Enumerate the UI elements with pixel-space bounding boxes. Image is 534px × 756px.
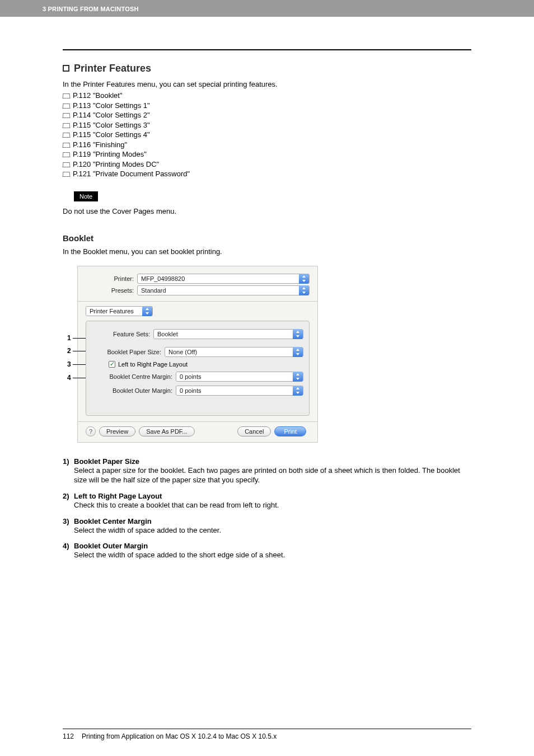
page-reference-item[interactable]: P.114 "Color Settings 2" bbox=[63, 110, 471, 120]
ref-text: P.116 "Finishing" bbox=[73, 140, 127, 149]
item-desc: Check this to create a booklet that can … bbox=[74, 500, 471, 510]
ref-text: P.120 "Printing Modes DC" bbox=[73, 160, 159, 168]
booklet-paper-size-value: None (Off) bbox=[168, 349, 197, 355]
checkbox-icon: ✓ bbox=[109, 361, 115, 368]
pane-select[interactable]: Printer Features bbox=[86, 306, 153, 316]
book-icon bbox=[63, 132, 71, 137]
header-band: 3 PRINTING FROM MACINTOSH bbox=[0, 0, 534, 17]
printer-label: Printer: bbox=[86, 275, 137, 282]
chevron-updown-icon bbox=[293, 329, 303, 339]
ref-text: P.113 "Color Settings 1" bbox=[73, 101, 150, 110]
help-icon: ? bbox=[89, 428, 92, 435]
pane-value: Printer Features bbox=[90, 308, 134, 314]
page-reference-list: P.112 "Booklet" P.113 "Color Settings 1"… bbox=[63, 91, 471, 179]
item-title: Left to Right Page Layout bbox=[74, 492, 162, 500]
cancel-button[interactable]: Cancel bbox=[237, 426, 271, 436]
rule-top bbox=[63, 49, 471, 50]
callout-1: 1 bbox=[67, 334, 71, 342]
ref-text: P.115 "Color Settings 3" bbox=[73, 121, 150, 129]
print-dialog: Printer: MFP_04998820 Presets: Standard bbox=[77, 266, 318, 443]
chevron-updown-icon bbox=[293, 386, 303, 396]
feature-sets-label: Feature Sets: bbox=[92, 331, 153, 337]
booklet-centre-margin-select[interactable]: 0 points bbox=[176, 372, 303, 382]
left-to-right-checkbox[interactable]: ✓ Left to Right Page Layout bbox=[109, 361, 188, 368]
page-reference-item[interactable]: P.116 "Finishing" bbox=[63, 140, 471, 150]
pane-row: Printer Features bbox=[86, 306, 310, 316]
ref-text: P.114 "Color Settings 2" bbox=[73, 111, 150, 119]
booklet-paper-size-select[interactable]: None (Off) bbox=[165, 347, 303, 357]
section-title-text: Printer Features bbox=[74, 63, 151, 74]
feature-sets-select[interactable]: Booklet bbox=[153, 329, 303, 339]
ref-text: P.119 "Printing Modes" bbox=[73, 150, 147, 158]
page-reference-item[interactable]: P.112 "Booklet" bbox=[63, 91, 471, 101]
dialog-wrap: 1 2 3 4 Printer: MFP_04998820 Presets: bbox=[67, 266, 318, 443]
help-button[interactable]: ? bbox=[86, 426, 96, 436]
option-descriptions: 1)Booklet Paper Size Select a paper size… bbox=[63, 457, 471, 560]
book-icon bbox=[63, 142, 71, 147]
hollow-square-icon bbox=[63, 65, 69, 72]
print-button[interactable]: Print bbox=[274, 426, 306, 436]
callout-4: 4 bbox=[67, 374, 71, 382]
footer-rule bbox=[63, 729, 471, 729]
divider bbox=[78, 421, 317, 422]
printer-value: MFP_04998820 bbox=[141, 275, 185, 282]
printer-select[interactable]: MFP_04998820 bbox=[137, 274, 310, 284]
page-reference-item[interactable]: P.119 "Printing Modes" bbox=[63, 149, 471, 159]
page-reference-item[interactable]: P.113 "Color Settings 1" bbox=[63, 101, 471, 111]
ref-text: P.115 "Color Settings 4" bbox=[73, 130, 150, 139]
list-item: 1)Booklet Paper Size Select a paper size… bbox=[63, 457, 471, 485]
page-reference-item[interactable]: P.115 "Color Settings 3" bbox=[63, 120, 471, 130]
chevron-updown-icon bbox=[293, 372, 303, 382]
footer-text: 112Printing from Application on Mac OS X… bbox=[63, 732, 471, 740]
item-desc: Select a paper size for the booklet. Eac… bbox=[74, 466, 471, 485]
preview-button[interactable]: Preview bbox=[99, 426, 135, 436]
item-desc: Select the width of space added to the c… bbox=[74, 525, 471, 536]
book-icon bbox=[63, 92, 71, 98]
book-icon bbox=[63, 122, 71, 128]
page-number: 112 bbox=[63, 732, 74, 740]
presets-label: Presets: bbox=[86, 287, 137, 294]
item-title: Booklet Outer Margin bbox=[74, 542, 148, 550]
booklet-paper-size-label: Booklet Paper Size: bbox=[92, 349, 165, 355]
callout-2: 2 bbox=[67, 347, 71, 355]
page-reference-item[interactable]: P.115 "Color Settings 4" bbox=[63, 130, 471, 140]
left-to-right-row: ✓ Left to Right Page Layout bbox=[92, 361, 303, 368]
book-icon bbox=[63, 102, 71, 108]
item-title: Booklet Paper Size bbox=[74, 457, 139, 466]
subsection-intro: In the Booklet menu, you can set booklet… bbox=[63, 247, 471, 256]
feature-sets-value: Booklet bbox=[157, 331, 178, 337]
chevron-updown-icon bbox=[142, 306, 152, 316]
callout-3: 3 bbox=[67, 360, 71, 368]
content-area: Printer Features In the Printer Features… bbox=[0, 49, 534, 560]
save-as-pdf-button[interactable]: Save As PDF... bbox=[139, 426, 194, 436]
left-to-right-label: Left to Right Page Layout bbox=[118, 361, 188, 368]
book-icon bbox=[63, 171, 71, 176]
list-item: 4)Booklet Outer Margin Select the width … bbox=[63, 542, 471, 560]
booklet-outer-margin-value: 0 points bbox=[180, 387, 202, 394]
presets-select[interactable]: Standard bbox=[137, 285, 310, 295]
note-text: Do not use the Cover Pages menu. bbox=[63, 207, 471, 215]
item-num: 1) bbox=[63, 457, 74, 466]
feature-pane: Feature Sets: Booklet Booklet Paper Size… bbox=[86, 321, 310, 416]
page-reference-item[interactable]: P.121 "Private Document Password" bbox=[63, 169, 471, 179]
ref-text: P.112 "Booklet" bbox=[73, 91, 123, 100]
book-icon bbox=[63, 112, 71, 118]
item-num: 2) bbox=[63, 492, 74, 500]
book-icon bbox=[63, 161, 71, 167]
subsection-title: Booklet bbox=[63, 233, 471, 243]
list-item: 2)Left to Right Page Layout Check this t… bbox=[63, 492, 471, 510]
booklet-centre-margin-label: Booklet Centre Margin: bbox=[92, 373, 176, 380]
item-title: Booklet Center Margin bbox=[74, 517, 152, 525]
booklet-outer-margin-row: Booklet Outer Margin: 0 points bbox=[92, 386, 303, 396]
item-num: 4) bbox=[63, 542, 74, 550]
booklet-centre-margin-row: Booklet Centre Margin: 0 points bbox=[92, 372, 303, 382]
ref-text: P.121 "Private Document Password" bbox=[73, 170, 190, 178]
printer-row: Printer: MFP_04998820 bbox=[86, 274, 310, 284]
breadcrumb: 3 PRINTING FROM MACINTOSH bbox=[43, 6, 139, 12]
booklet-outer-margin-label: Booklet Outer Margin: bbox=[92, 387, 176, 394]
book-icon bbox=[63, 151, 71, 157]
booklet-outer-margin-select[interactable]: 0 points bbox=[176, 386, 303, 396]
note-block: Note bbox=[63, 179, 471, 201]
feature-sets-row: Feature Sets: Booklet bbox=[92, 329, 303, 339]
page-reference-item[interactable]: P.120 "Printing Modes DC" bbox=[63, 159, 471, 170]
